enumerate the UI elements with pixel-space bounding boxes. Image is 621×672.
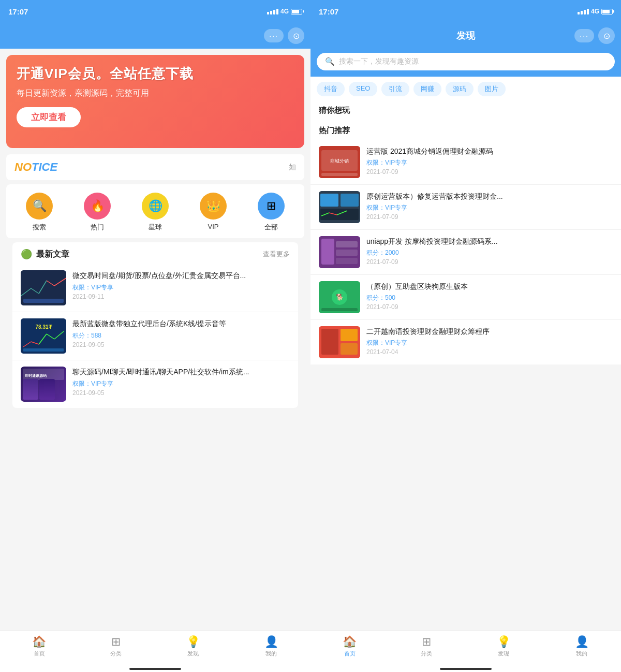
- right-content-scroll[interactable]: 抖音 SEO 引流 网赚 源码 图片 猜你想玩 热门推荐: [310, 77, 621, 631]
- right-status-bar: 17:07 4G: [310, 0, 621, 23]
- right-header-icons[interactable]: ··· ⊙: [574, 27, 615, 44]
- svg-text:78.31₮: 78.31₮: [35, 324, 52, 330]
- nav-mine[interactable]: 👤 我的: [264, 635, 278, 658]
- nav-vip[interactable]: 👑 VIP: [200, 193, 227, 232]
- left-bottom-nav: 🏠 首页 ⊞ 分类 💡 发现 👤 我的: [0, 631, 310, 666]
- hot-item[interactable]: uniapp开发 按摩椅投资理财金融源码系... 积分：2000 2021-07…: [310, 230, 621, 275]
- hot-date-4: 2021-07-09: [366, 303, 613, 311]
- home-icon: 🏠: [32, 635, 46, 649]
- right-signal-icon: [578, 9, 589, 14]
- all-nav-icon: ⊞: [258, 193, 285, 220]
- svg-rect-30: [336, 258, 358, 264]
- article-title-2: 最新蓝版微盘带独立代理后台/系统K线/提示音等: [72, 318, 290, 329]
- svg-rect-21: [341, 194, 359, 207]
- guess-title: 猜你想玩: [319, 106, 613, 115]
- hot-title-2: 原创运营版本）修复运营版本投资理财金...: [366, 191, 613, 202]
- left-header-icons[interactable]: ··· ⊙: [264, 27, 304, 44]
- category-label: 分类: [110, 650, 122, 658]
- right-page-title: 发现: [456, 30, 475, 42]
- hot-nav-icon: 🔥: [84, 193, 111, 220]
- notice-logo: NOTICE: [14, 160, 57, 174]
- article-title-1: 微交易时间盘/期货/股票/点位盘/外汇贵金属交易平台...: [72, 270, 290, 281]
- left-status-bar: 17:07 4G: [0, 0, 310, 23]
- article-info-2: 最新蓝版微盘带独立代理后台/系统K线/提示音等 积分：588 2021-09-0…: [72, 318, 290, 348]
- tag-douyin[interactable]: 抖音: [317, 82, 345, 96]
- hot-date-5: 2021-07-04: [366, 348, 613, 356]
- hot-title-3: uniapp开发 按摩椅投资理财金融源码系...: [366, 236, 613, 247]
- tag-tupian[interactable]: 图片: [478, 82, 506, 96]
- right-nav-category[interactable]: ⊞ 分类: [421, 635, 432, 658]
- left-top-bar: ··· ⊙: [0, 23, 310, 49]
- right-home-label: 首页: [344, 650, 356, 658]
- article-thumb-1: [21, 270, 66, 305]
- home-label: 首页: [34, 650, 45, 658]
- article-info-1: 微交易时间盘/期货/股票/点位盘/外汇贵金属交易平台... 权限：VIP专享 2…: [72, 270, 290, 300]
- more-button[interactable]: ···: [264, 29, 284, 42]
- right-network-type: 4G: [591, 8, 599, 15]
- hot-item[interactable]: 🐕 （原创）互助盘区块狗原生版本 积分：500 2021-07-09: [310, 275, 621, 320]
- search-bar-placeholder: 搜索一下，发现有趣资源: [339, 57, 419, 66]
- vip-banner[interactable]: 开通VIP会员。全站任意下载 每日更新资源，亲测源码，完整可用 立即查看: [6, 55, 304, 148]
- article-date-2: 2021-09-05: [72, 341, 290, 348]
- search-bar[interactable]: 🔍 搜索一下，发现有趣资源: [317, 53, 615, 70]
- nav-category[interactable]: ⊞ 分类: [110, 635, 122, 658]
- svg-rect-28: [336, 241, 358, 247]
- svg-rect-29: [336, 250, 358, 256]
- hot-title-5: 二开越南语投资理财金融理财众筹程序: [366, 326, 613, 337]
- hot-item[interactable]: 原创运营版本）修复运营版本投资理财金... 权限：VIP专享 2021-07-0…: [310, 185, 621, 230]
- svg-rect-18: [321, 173, 358, 176]
- star-nav-icon: 🌐: [142, 193, 169, 220]
- right-more-button[interactable]: ···: [574, 29, 594, 42]
- latest-section-icon: 🟢: [21, 249, 32, 260]
- right-mine-icon: 👤: [575, 635, 589, 649]
- nav-all[interactable]: ⊞ 全部: [258, 193, 285, 232]
- svg-rect-14: [23, 348, 64, 352]
- nav-discover[interactable]: 💡 发现: [186, 635, 200, 658]
- latest-more-button[interactable]: 查看更多: [263, 250, 290, 259]
- nav-home[interactable]: 🏠 首页: [32, 635, 46, 658]
- hot-section-header: 热门推荐: [310, 120, 621, 140]
- latest-section-title: 最新文章: [36, 249, 69, 260]
- article-item[interactable]: 即时通讯源码 聊天源码/MI聊天/即时通讯/聊天APP/社交软件/im系统...…: [12, 360, 298, 408]
- notice-bar[interactable]: NOTICE 如: [6, 154, 304, 180]
- svg-text:商城分销: 商城分销: [330, 158, 349, 164]
- tag-yinliu[interactable]: 引流: [381, 82, 409, 96]
- hot-info-4: （原创）互助盘区块狗原生版本 积分：500 2021-07-09: [366, 281, 613, 311]
- vip-cta-button[interactable]: 立即查看: [17, 107, 81, 127]
- hot-item[interactable]: 商城分销 运营版 2021商城分销返佣理财金融源码 权限：VIP专享 2021-…: [310, 140, 621, 185]
- search-bar-wrap: 🔍 搜索一下，发现有趣资源: [310, 49, 621, 77]
- right-nav-mine[interactable]: 👤 我的: [575, 635, 589, 658]
- hot-date-1: 2021-07-09: [366, 168, 613, 176]
- left-content-scroll[interactable]: 开通VIP会员。全站任意下载 每日更新资源，亲测源码，完整可用 立即查看 NOT…: [0, 49, 310, 631]
- nav-star[interactable]: 🌐 星球: [142, 193, 169, 232]
- vip-nav-label: VIP: [208, 223, 219, 230]
- svg-rect-36: [321, 329, 338, 355]
- hot-vip-2: 权限：VIP专享: [366, 203, 613, 212]
- right-nav-home[interactable]: 🏠 首页: [343, 635, 357, 658]
- article-date-3: 2021-09-05: [72, 389, 290, 397]
- right-top-bar: 发现 ··· ⊙: [310, 23, 621, 49]
- article-title-3: 聊天源码/MI聊天/即时通讯/聊天APP/社交软件/im系统...: [72, 367, 290, 377]
- svg-text:🐕: 🐕: [336, 293, 344, 301]
- tag-wangzhuan[interactable]: 网赚: [413, 82, 441, 96]
- nav-search[interactable]: 🔍 搜索: [26, 193, 53, 232]
- right-mine-label: 我的: [576, 650, 587, 658]
- hot-score-4: 积分：500: [366, 294, 613, 302]
- hot-nav-label: 热门: [91, 223, 104, 232]
- svg-rect-34: [321, 308, 358, 311]
- article-item[interactable]: 微交易时间盘/期货/股票/点位盘/外汇贵金属交易平台... 权限：VIP专享 2…: [12, 264, 298, 312]
- right-status-icons: 4G: [578, 8, 613, 15]
- article-date-1: 2021-09-11: [72, 293, 290, 300]
- tag-seo[interactable]: SEO: [349, 82, 377, 96]
- nav-hot[interactable]: 🔥 热门: [84, 193, 111, 232]
- scan-button[interactable]: ⊙: [288, 27, 304, 44]
- hot-title-1: 运营版 2021商城分销返佣理财金融源码: [366, 146, 613, 157]
- svg-rect-37: [341, 329, 358, 341]
- article-item[interactable]: 78.31₮ 最新蓝版微盘带独立代理后台/系统K线/提示音等: [12, 312, 298, 360]
- mine-icon: 👤: [264, 635, 278, 649]
- hot-score-3: 积分：2000: [366, 249, 613, 257]
- hot-item[interactable]: 二开越南语投资理财金融理财众筹程序 权限：VIP专享 2021-07-04: [310, 320, 621, 364]
- right-scan-button[interactable]: ⊙: [598, 27, 615, 44]
- tag-yuanma[interactable]: 源码: [446, 82, 474, 96]
- right-nav-discover[interactable]: 💡 发现: [497, 635, 511, 658]
